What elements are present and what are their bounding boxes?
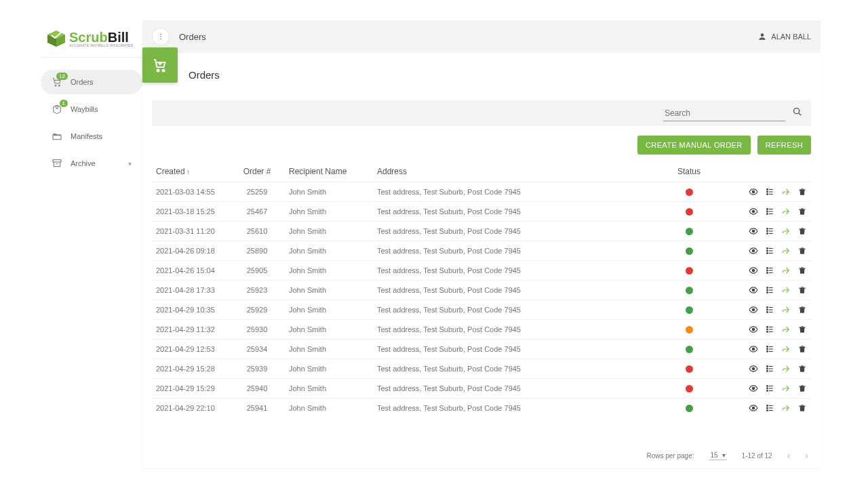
next-page-button[interactable]: › xyxy=(805,450,808,461)
forward-icon[interactable] xyxy=(781,384,791,393)
cell-status xyxy=(669,188,709,196)
svg-point-8 xyxy=(160,34,161,35)
more-menu-button[interactable] xyxy=(152,28,170,45)
view-icon[interactable] xyxy=(749,285,758,295)
archive-icon xyxy=(52,158,62,169)
svg-line-15 xyxy=(799,113,801,115)
brand-logo[interactable]: ScrubBill ACCURATE WAYBILLS INTEGRATED xyxy=(41,20,142,58)
delete-icon[interactable] xyxy=(797,226,807,236)
page-title: Orders xyxy=(189,69,220,81)
status-dot xyxy=(686,365,693,373)
manifests-icon xyxy=(52,131,62,142)
col-created[interactable]: Created↑ xyxy=(152,167,233,176)
delete-icon[interactable] xyxy=(797,207,807,216)
cell-address: Test address, Test Suburb, Post Code 794… xyxy=(369,384,669,392)
delete-icon[interactable] xyxy=(797,344,807,354)
svg-point-93 xyxy=(767,371,768,372)
details-icon[interactable] xyxy=(765,384,774,393)
create-manual-order-button[interactable]: CREATE MANUAL ORDER xyxy=(637,136,751,155)
forward-icon[interactable] xyxy=(781,325,791,334)
details-icon[interactable] xyxy=(765,187,774,197)
svg-point-27 xyxy=(767,211,768,212)
delete-icon[interactable] xyxy=(797,364,807,373)
svg-point-85 xyxy=(767,351,768,352)
svg-point-61 xyxy=(767,292,768,293)
svg-rect-111 xyxy=(799,406,805,407)
view-icon[interactable] xyxy=(749,364,758,373)
delete-icon[interactable] xyxy=(797,246,807,256)
col-recipient[interactable]: Recipient Name xyxy=(281,167,369,176)
svg-point-57 xyxy=(767,287,768,289)
forward-icon[interactable] xyxy=(781,246,791,256)
cell-order: 25940 xyxy=(233,384,281,392)
svg-rect-6 xyxy=(53,160,61,162)
nav-item-manifests[interactable]: Manifests xyxy=(41,124,142,148)
details-icon[interactable] xyxy=(765,266,774,275)
nav-item-orders[interactable]: 12Orders xyxy=(41,70,142,94)
svg-point-24 xyxy=(752,210,755,213)
details-icon[interactable] xyxy=(765,246,774,256)
cell-created: 2021-04-29 15:28 xyxy=(152,365,233,373)
forward-icon[interactable] xyxy=(781,305,791,314)
details-icon[interactable] xyxy=(765,305,774,314)
forward-icon[interactable] xyxy=(781,187,791,197)
details-icon[interactable] xyxy=(765,364,774,373)
svg-rect-79 xyxy=(799,327,805,328)
cell-status xyxy=(669,228,709,235)
svg-point-67 xyxy=(767,309,768,310)
svg-point-32 xyxy=(752,230,755,232)
forward-icon[interactable] xyxy=(781,266,791,275)
delete-icon[interactable] xyxy=(797,384,807,393)
delete-icon[interactable] xyxy=(797,266,807,275)
view-icon[interactable] xyxy=(749,226,758,236)
details-icon[interactable] xyxy=(765,403,774,413)
delete-icon[interactable] xyxy=(797,305,807,314)
forward-icon[interactable] xyxy=(781,207,791,216)
forward-icon[interactable] xyxy=(781,344,791,354)
user-menu[interactable]: ALAN BALL xyxy=(757,32,811,41)
view-icon[interactable] xyxy=(749,305,758,314)
svg-point-13 xyxy=(163,70,165,72)
view-icon[interactable] xyxy=(749,246,758,256)
cell-recipient: John Smith xyxy=(281,404,369,412)
forward-icon[interactable] xyxy=(781,226,791,236)
view-icon[interactable] xyxy=(749,187,758,197)
svg-point-83 xyxy=(767,348,768,350)
details-icon[interactable] xyxy=(765,285,774,295)
delete-icon[interactable] xyxy=(797,187,807,197)
cell-recipient: John Smith xyxy=(281,384,369,392)
col-status[interactable]: Status xyxy=(669,167,709,176)
details-icon[interactable] xyxy=(765,207,774,216)
delete-icon[interactable] xyxy=(797,285,807,295)
status-dot xyxy=(686,326,693,333)
view-icon[interactable] xyxy=(749,266,758,275)
view-icon[interactable] xyxy=(749,207,758,216)
view-icon[interactable] xyxy=(749,344,758,354)
cell-address: Test address, Test Suburb, Post Code 794… xyxy=(369,247,669,255)
view-icon[interactable] xyxy=(749,403,758,413)
view-icon[interactable] xyxy=(749,325,758,334)
view-icon[interactable] xyxy=(749,384,758,393)
details-icon[interactable] xyxy=(765,325,774,334)
nav-item-archive[interactable]: Archive▾ xyxy=(41,151,142,176)
search-icon[interactable] xyxy=(792,106,803,120)
search-input[interactable] xyxy=(663,106,785,121)
cell-address: Test address, Test Suburb, Post Code 794… xyxy=(369,306,669,314)
delete-icon[interactable] xyxy=(797,403,807,413)
prev-page-button[interactable]: ‹ xyxy=(787,450,791,461)
details-icon[interactable] xyxy=(765,344,774,354)
svg-point-80 xyxy=(752,348,755,350)
svg-rect-47 xyxy=(799,249,805,249)
delete-icon[interactable] xyxy=(797,325,807,334)
col-address[interactable]: Address xyxy=(369,167,669,176)
svg-point-107 xyxy=(767,407,768,409)
col-order[interactable]: Order # xyxy=(233,167,281,176)
rows-per-page-select[interactable]: 15 ▾ xyxy=(709,451,726,460)
forward-icon[interactable] xyxy=(781,285,791,295)
forward-icon[interactable] xyxy=(781,403,791,413)
refresh-button[interactable]: REFRESH xyxy=(757,136,811,155)
forward-icon[interactable] xyxy=(781,364,791,373)
nav-item-waybills[interactable]: 1Waybills xyxy=(41,97,142,121)
svg-point-12 xyxy=(157,70,159,72)
details-icon[interactable] xyxy=(765,226,774,236)
